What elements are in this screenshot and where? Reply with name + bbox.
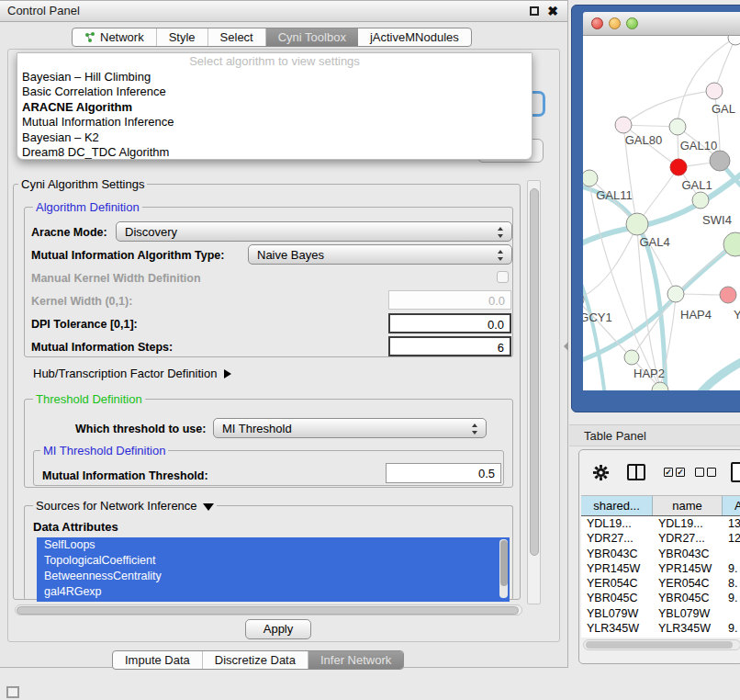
dropdown-item[interactable]: Bayesian – K2 [17, 130, 532, 145]
cell-shared-name: YDL19... [581, 516, 653, 531]
node-label: HAP4 [680, 308, 712, 322]
table-hscroll-thumb[interactable] [586, 641, 733, 649]
cell-name: YDL19... [653, 516, 723, 531]
control-panel-tabbar: Network Style Select Cyni Toolbox jActiv… [72, 28, 472, 47]
hub-definition-expander[interactable]: Hub/Transcription Factor Definition [33, 367, 231, 380]
dropdown-item-selected[interactable]: ARACNE Algorithm [17, 100, 532, 115]
table-toolbar: ✓✓ [579, 450, 740, 495]
cell-shared-name: YPR145W [581, 561, 653, 576]
network-view-window: GAL GAL80 GAL10 GAL1 GAL11 SWI4 GAL4 HAP… [571, 5, 740, 412]
attribute-item-selected[interactable]: gal4RGexp [37, 584, 510, 600]
tab-label: Style [169, 28, 196, 46]
table-row[interactable]: YBR045C YBR045C 9. [581, 591, 740, 605]
tab-impute-data[interactable]: Impute Data [113, 651, 203, 669]
algorithm-definition-label: Algorithm Definition [33, 200, 142, 214]
manual-kernel-width-checkbox[interactable] [497, 271, 509, 283]
network-window-titlebar [583, 12, 740, 36]
dpi-tolerance-field[interactable]: 0.0 [388, 313, 511, 333]
dropdown-item[interactable]: Bayesian – Hill Climbing [17, 70, 532, 85]
node-label: Y [734, 308, 740, 322]
cell-name: YLR345W [653, 621, 723, 636]
minimize-traffic-light-icon[interactable] [609, 17, 621, 29]
gear-icon[interactable] [592, 464, 610, 481]
node-table: shared... name A YDL19... YDL19... 13 YD… [581, 495, 740, 638]
network-graph: GAL GAL80 GAL10 GAL1 GAL11 SWI4 GAL4 HAP… [583, 36, 740, 390]
kernel-width-field[interactable]: 0.0 [388, 290, 511, 310]
table-horizontal-scrollbar[interactable] [583, 639, 740, 650]
attribute-item-selected[interactable]: SelfLoops [37, 537, 510, 553]
tab-label: Select [220, 28, 253, 46]
which-threshold-combobox[interactable]: MI Threshold [213, 418, 487, 438]
tab-infer-network[interactable]: Infer Network [308, 651, 403, 669]
split-columns-icon[interactable] [627, 464, 645, 480]
tab-jactivemnodules[interactable]: jActiveMNodules [358, 28, 471, 46]
apply-button[interactable]: Apply [245, 619, 311, 639]
close-icon[interactable]: ✖ [547, 4, 558, 18]
tab-discretize-data[interactable]: Discretize Data [203, 651, 308, 669]
settings-hscroll-thumb[interactable] [17, 606, 519, 615]
zoom-traffic-light-icon[interactable] [626, 17, 638, 29]
mi-threshold-field[interactable]: 0.5 [386, 463, 501, 483]
combobox-arrows-icon [498, 226, 504, 239]
column-header-shared-name[interactable]: shared... [581, 496, 653, 515]
mi-threshold-label: Mutual Information Threshold: [42, 469, 208, 482]
cell-value: 9. [723, 621, 740, 636]
sources-label: Sources for Network Inference [36, 499, 197, 513]
node-label: GAL11 [596, 188, 633, 202]
tab-select[interactable]: Select [208, 28, 266, 46]
table-row[interactable]: YER054C YER054C 8. [581, 576, 740, 591]
cell-name: YBR045C [653, 591, 723, 605]
data-attributes-list: SelfLoops TopologicalCoefficient Between… [37, 537, 510, 602]
attribute-item-selected[interactable]: BetweennessCentrality [37, 569, 510, 584]
aracne-mode-label: Aracne Mode: [31, 226, 107, 239]
tab-style[interactable]: Style [157, 28, 208, 46]
desktop: Control Panel ✖ Network Style Select Cyn… [0, 0, 740, 700]
settings-horizontal-scrollbar[interactable] [15, 604, 522, 615]
settings-vertical-scrollbar[interactable] [527, 180, 541, 604]
table-row[interactable]: YBL079W YBL079W [581, 606, 740, 621]
table-row[interactable]: YDR27... YDR27... 12 [581, 531, 740, 546]
cell-value [723, 547, 740, 561]
settings-vscroll-thumb[interactable] [530, 188, 539, 556]
table-row[interactable]: YLR345W YLR345W 9. [581, 621, 740, 636]
sources-group-label[interactable]: Sources for Network Inference [33, 499, 217, 513]
table-row[interactable]: YDL19... YDL19... 13 [581, 516, 740, 531]
aracne-mode-combobox[interactable]: Discovery [116, 221, 512, 242]
cell-shared-name: YBR043C [581, 547, 653, 561]
tab-network[interactable]: Network [73, 28, 157, 46]
mi-algorithm-type-combobox[interactable]: Naive Bayes [248, 244, 512, 265]
expander-down-icon [203, 503, 214, 511]
network-icon [84, 32, 95, 43]
cyni-settings-group-label: Cyni Algorithm Settings [18, 177, 147, 191]
network-canvas[interactable]: GAL GAL80 GAL10 GAL1 GAL11 SWI4 GAL4 HAP… [583, 36, 740, 390]
table-row[interactable]: YBR043C YBR043C [581, 547, 740, 561]
attribute-item-selected[interactable]: TopologicalCoefficient [37, 553, 510, 569]
deselect-all-columns-icon[interactable] [695, 468, 716, 477]
dropdown-item[interactable]: Basic Correlation Inference [17, 85, 532, 99]
new-table-icon[interactable] [731, 462, 740, 482]
dropdown-item[interactable]: Dream8 DC_TDC Algorithm [17, 145, 532, 160]
aracne-mode-value: Discovery [125, 225, 177, 239]
tab-label: Network [100, 28, 144, 46]
mi-threshold-group-label: MI Threshold Definition [40, 444, 168, 457]
table-row[interactable]: YIL052C YIL052C 0 [581, 636, 740, 638]
tab-label: Discretize Data [215, 651, 296, 669]
column-header-partial[interactable]: A [723, 496, 740, 515]
minimized-panel-icon[interactable] [6, 686, 19, 698]
table-row[interactable]: YPR145W YPR145W 9. [581, 561, 740, 576]
cell-shared-name: YDR27... [581, 531, 653, 546]
column-header-name[interactable]: name [653, 496, 723, 515]
select-all-columns-icon[interactable]: ✓✓ [664, 468, 685, 477]
table-panel-title: Table Panel [584, 429, 646, 443]
attribute-list-scrollbar-thumb[interactable] [500, 540, 508, 586]
splitpane-handle-icon[interactable] [564, 342, 568, 351]
close-traffic-light-icon[interactable] [591, 17, 603, 29]
table-header-row: shared... name A [581, 496, 740, 516]
threshold-definition-label: Threshold Definition [33, 392, 145, 406]
float-window-icon[interactable] [530, 6, 539, 16]
dropdown-item[interactable]: Mutual Information Inference [17, 115, 532, 130]
tab-cyni-toolbox[interactable]: Cyni Toolbox [266, 28, 358, 46]
mi-steps-field[interactable]: 6 [388, 336, 511, 356]
mi-algorithm-type-value: Naive Bayes [257, 248, 324, 262]
cell-name: YER054C [653, 576, 723, 591]
